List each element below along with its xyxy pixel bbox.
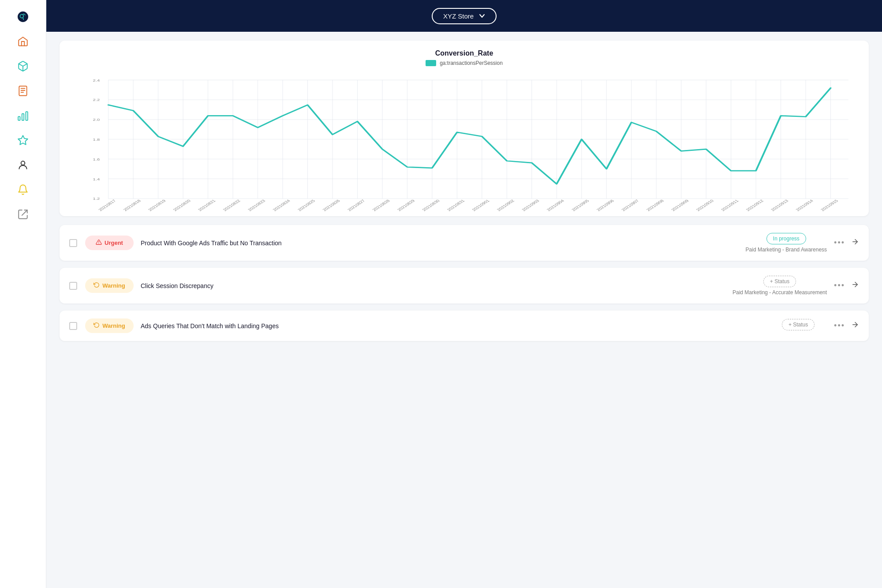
alert-category: Paid Marketing - Accurate Measurement <box>733 289 827 296</box>
chevron-down-icon <box>479 13 485 19</box>
alert-category: Paid Marketing - Brand Awareness <box>746 247 827 253</box>
alert-meta: In progressPaid Marketing - Brand Awaren… <box>746 233 827 253</box>
topbar: XYZ Store <box>46 0 882 32</box>
severity-badge: Warning <box>85 318 134 333</box>
svg-text:20210821: 20210821 <box>197 199 217 212</box>
alert-card: UrgentProduct With Google Ads Traffic bu… <box>60 225 869 261</box>
svg-text:20210907: 20210907 <box>620 199 640 212</box>
alert-checkbox[interactable] <box>69 282 77 290</box>
svg-text:20210829: 20210829 <box>396 199 416 212</box>
svg-point-8 <box>21 161 25 165</box>
svg-rect-4 <box>18 116 20 120</box>
svg-text:20210823: 20210823 <box>247 199 266 212</box>
chart-area: .grid-line { stroke: #dde2ea; stroke-wid… <box>73 71 856 212</box>
sidebar-item-redirect[interactable] <box>12 204 34 225</box>
svg-text:20210909: 20210909 <box>670 199 690 212</box>
more-options-button[interactable]: ••• <box>834 321 845 330</box>
svg-text:2.4: 2.4 <box>93 79 100 82</box>
checkbox-col <box>69 322 78 330</box>
svg-text:20210903: 20210903 <box>521 199 541 212</box>
warning-refresh-icon <box>93 282 100 289</box>
status-button[interactable]: + Status <box>763 276 796 287</box>
svg-text:20210825: 20210825 <box>296 199 316 212</box>
content-area: Conversion_Rate ga:transactionsPerSessio… <box>46 32 882 588</box>
svg-text:20210822: 20210822 <box>222 199 242 212</box>
alert-card: WarningAds Queries That Don't Match with… <box>60 311 869 341</box>
svg-text:20210824: 20210824 <box>272 198 292 212</box>
svg-text:20210914: 20210914 <box>795 198 815 212</box>
alert-card: WarningClick Session Discrepancy+ Status… <box>60 268 869 303</box>
svg-text:20210911: 20210911 <box>720 199 740 212</box>
navigate-button[interactable] <box>851 238 859 248</box>
chart-title: Conversion_Rate <box>73 49 856 57</box>
alert-meta: + StatusPaid Marketing - Accurate Measur… <box>733 276 827 296</box>
legend-label: ga:transactionsPerSession <box>440 60 503 66</box>
chart-card: Conversion_Rate ga:transactionsPerSessio… <box>60 41 869 216</box>
alert-actions: ••• <box>834 281 859 291</box>
sidebar-logo[interactable] <box>12 6 34 27</box>
checkbox-col <box>69 239 78 247</box>
svg-text:20210818: 20210818 <box>122 199 142 212</box>
svg-text:20210901: 20210901 <box>471 199 491 212</box>
alert-actions: ••• <box>834 321 859 331</box>
svg-text:20210908: 20210908 <box>645 199 665 212</box>
svg-rect-6 <box>26 112 28 120</box>
chart-legend: ga:transactionsPerSession <box>73 60 856 66</box>
svg-text:20210817: 20210817 <box>97 199 117 212</box>
main-area: XYZ Store Conversion_Rate ga:transaction… <box>46 0 882 588</box>
svg-text:20210913: 20210913 <box>770 199 789 212</box>
sidebar-item-favorites[interactable] <box>12 130 34 151</box>
svg-text:1.4: 1.4 <box>93 177 100 181</box>
svg-text:20210820: 20210820 <box>172 199 192 212</box>
sidebar-item-profile[interactable] <box>12 154 34 176</box>
store-name: XYZ Store <box>443 12 474 20</box>
alert-title: Product With Google Ads Traffic but No T… <box>141 240 739 247</box>
alert-meta: + Status <box>770 319 827 333</box>
svg-text:20210904: 20210904 <box>546 198 565 212</box>
alert-title: Ads Queries That Don't Match with Landin… <box>141 322 762 330</box>
sidebar-item-notifications[interactable] <box>12 179 34 200</box>
navigate-button[interactable] <box>851 321 859 331</box>
warning-triangle-icon <box>96 239 102 247</box>
checkbox-col <box>69 282 78 290</box>
svg-text:20210828: 20210828 <box>371 199 391 212</box>
status-button[interactable]: + Status <box>782 319 815 330</box>
status-button[interactable]: In progress <box>766 233 806 244</box>
svg-text:20210826: 20210826 <box>321 199 341 212</box>
svg-marker-7 <box>18 135 28 145</box>
svg-text:20210905: 20210905 <box>570 199 590 212</box>
legend-color-box <box>426 60 436 66</box>
svg-text:20210912: 20210912 <box>745 199 765 212</box>
alert-actions: ••• <box>834 238 859 248</box>
svg-text:2.2: 2.2 <box>93 98 100 102</box>
svg-rect-3 <box>19 86 26 96</box>
svg-text:20210827: 20210827 <box>346 199 366 212</box>
alert-list: UrgentProduct With Google Ads Traffic bu… <box>60 225 869 341</box>
svg-text:20210910: 20210910 <box>695 199 715 212</box>
badge-label: Urgent <box>105 240 123 246</box>
svg-point-0 <box>18 11 28 22</box>
svg-text:2.0: 2.0 <box>93 118 100 122</box>
line-chart-svg: .grid-line { stroke: #dde2ea; stroke-wid… <box>73 71 856 212</box>
navigate-button[interactable] <box>851 281 859 291</box>
svg-text:1.2: 1.2 <box>93 197 100 201</box>
svg-text:20210819: 20210819 <box>147 199 167 212</box>
sidebar-item-reports[interactable] <box>12 80 34 101</box>
warning-refresh-icon <box>93 322 100 330</box>
sidebar-item-products[interactable] <box>12 56 34 77</box>
svg-text:20210830: 20210830 <box>421 199 441 212</box>
sidebar-item-home[interactable] <box>12 31 34 52</box>
severity-badge: Warning <box>85 278 134 293</box>
alert-checkbox[interactable] <box>69 239 77 247</box>
alert-title: Click Session Discrepancy <box>141 282 725 289</box>
store-selector[interactable]: XYZ Store <box>432 8 497 24</box>
more-options-button[interactable]: ••• <box>834 281 845 290</box>
svg-text:1.8: 1.8 <box>93 138 100 142</box>
sidebar-item-analytics[interactable] <box>12 105 34 126</box>
svg-rect-5 <box>22 114 24 120</box>
more-options-button[interactable]: ••• <box>834 238 845 247</box>
sidebar <box>0 0 46 588</box>
svg-text:20210906: 20210906 <box>595 199 615 212</box>
alert-checkbox[interactable] <box>69 322 77 330</box>
severity-badge: Urgent <box>85 236 134 250</box>
